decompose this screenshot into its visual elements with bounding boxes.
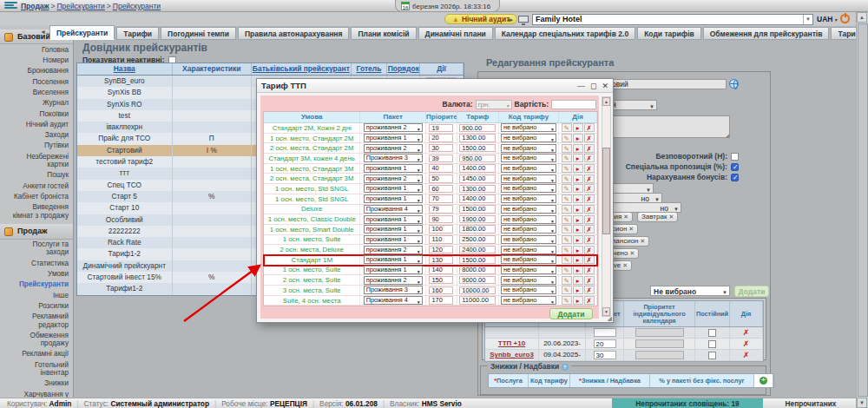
condition-link[interactable]: 2 осн. места, Стандарт 3М [270,174,354,182]
delete-icon[interactable]: ✗ [584,266,595,274]
tariff-code-select[interactable]: не вибрано▼ [501,296,556,305]
column-header-parent[interactable]: Батьківський прейскурант [252,63,351,75]
condition-link[interactable]: 1 осн. место, Suite [283,235,341,243]
edit-icon[interactable]: ✎ [562,296,572,305]
tariff-input[interactable]: 1800.00 [459,225,496,234]
priority-input[interactable]: 90 [429,215,453,224]
tariff-code-select[interactable]: не вибрано▼ [501,255,556,264]
tariff-code-select[interactable]: не вибрано▼ [501,246,556,254]
permanent-checkbox[interactable] [708,329,716,337]
condition-link[interactable]: 1 осн. место, Стандарт 2М [270,135,354,142]
package-chip[interactable]: пансион✕ [608,236,649,247]
cell-name[interactable]: тестовий тариф2 [77,156,173,168]
edit-icon[interactable]: ✎ [562,255,572,264]
sidebar-item[interactable]: Поселення [0,76,73,87]
package-select[interactable]: проживання 1▼ [364,215,423,224]
priority-input[interactable]: 30 [429,144,453,153]
package-select[interactable]: проживання 1▼ [364,134,423,142]
tariff-code-select[interactable]: не вибрано▼ [501,144,556,153]
package-select[interactable]: Проживання 3▼ [364,154,423,162]
cell-name[interactable]: Старт 10 [77,202,173,214]
tab[interactable]: Календар спеціальних тарифів 2.0 [495,27,635,40]
condition-link[interactable]: 2 осн. места, Стандарт 2М [270,144,354,152]
sidebar-item[interactable]: Прейскуранти [0,280,73,290]
priority-input[interactable]: 40 [429,164,453,173]
tariff-input[interactable]: 10000.00 [459,286,496,295]
scrollbar-thumb[interactable] [602,148,610,234]
sidebar-item[interactable]: Розсилки [0,300,73,311]
edit-icon[interactable]: ✎ [562,225,572,234]
column-header-order[interactable]: Порядок [387,63,420,75]
cell-name[interactable]: Стартовий [77,145,173,156]
edit-icon[interactable]: ✎ [562,174,572,183]
delete-icon[interactable]: ✗ [584,205,595,214]
package-select[interactable]: Проживання 4▼ [364,205,423,214]
package-select[interactable]: проживання 2▼ [364,174,423,183]
apply-icon[interactable]: ▸ [573,123,583,132]
package-select[interactable]: Проживання 4▼ [364,296,423,305]
nav-arrows-icon[interactable]: ◂▸ [507,16,513,23]
delete-icon[interactable]: ✗ [584,235,595,244]
priority-input[interactable]: 170 [429,296,453,305]
sidebar-item[interactable]: Продаж [0,224,73,239]
scrollbar-thumb[interactable] [858,23,868,397]
checkbox[interactable] [731,153,739,161]
cell-name[interactable]: Особливий [77,214,173,226]
edit-icon[interactable]: ✎ [562,246,572,254]
tariff-code-select[interactable]: не вибрано▼ [501,194,556,203]
sidebar-item[interactable]: Головна [0,44,73,55]
power-button[interactable] [840,14,850,23]
apply-icon[interactable]: ▸ [573,174,583,183]
globe-icon[interactable] [729,79,739,89]
permanent-checkbox[interactable] [708,340,716,348]
page-scrollbar[interactable]: ▲ ▼ [856,12,868,408]
dialog-scrollbar[interactable]: ▲ ▼ [602,96,611,317]
delete-icon[interactable]: ✗ [584,276,595,285]
tab[interactable]: Правила автонарахування [238,27,349,40]
sidebar-item[interactable]: Покоївки [0,109,73,119]
tab[interactable]: Динамічні плани [418,27,493,40]
apply-icon[interactable]: ▸ [573,235,583,244]
cell-name[interactable]: Спец ТСО [77,180,173,191]
priority-input[interactable]: 100 [429,225,453,234]
sidebar-item[interactable]: Інше [0,290,73,300]
delete-icon[interactable]: ✗ [584,164,595,173]
delete-icon[interactable]: ✗ [584,134,595,142]
sidebar-item[interactable]: Готельний інвентар [0,359,73,378]
close-icon[interactable]: ✕ [628,226,634,232]
condition-link[interactable]: 1 осн. место, Стандарт 3М [270,165,354,173]
sidebar-collapse-icon[interactable]: ◄ [40,29,46,35]
package-select[interactable]: проживання 1▼ [364,225,423,234]
priority-input[interactable]: 30 [594,351,616,359]
maximize-button[interactable]: ◻ [590,80,596,92]
edit-icon[interactable]: ✎ [562,235,572,244]
priority-input[interactable]: 120 [429,246,453,254]
checkbox[interactable] [731,174,739,181]
package-select[interactable]: проживання 2▼ [364,144,423,153]
tariff-input[interactable]: 8000.00 [459,266,496,274]
sidebar-item[interactable]: Знижки [0,378,73,389]
sidebar-item[interactable]: Путівки [0,141,73,151]
priority-input[interactable]: 20 [429,134,453,142]
column-header-hotel[interactable]: Готель [352,63,388,75]
apply-icon[interactable]: ▸ [573,255,583,264]
edit-icon[interactable]: ✎ [562,276,572,285]
tab[interactable]: Плани комісій [351,27,416,40]
tariff-input[interactable]: 1300.00 [459,185,496,194]
delete-icon[interactable]: ✗ [584,215,595,224]
package-select[interactable]: проживання 1▼ [364,266,423,274]
condition-link[interactable]: 2 осн. места, Suite [283,276,341,284]
tariff-input[interactable]: 1450.00 [459,174,496,183]
date-time[interactable]: 16 березня 2026р. 18:33:16 [395,0,500,12]
tariff-input[interactable]: 1400.00 [459,164,496,173]
apply-icon[interactable]: ▸ [573,144,583,153]
cell-name[interactable]: SynBB_euro [77,76,173,87]
apply-icon[interactable]: ▸ [573,286,583,294]
priority-input[interactable]: 160 [429,286,453,295]
priority-input[interactable] [594,328,616,337]
priority-input[interactable]: 60 [429,185,453,194]
close-icon[interactable]: ✕ [622,262,628,268]
sidebar-item[interactable]: Номери [0,56,73,66]
tariff-code-select[interactable]: не вибрано▼ [501,215,556,224]
cell-name[interactable]: Тариф1-2 [77,248,173,260]
